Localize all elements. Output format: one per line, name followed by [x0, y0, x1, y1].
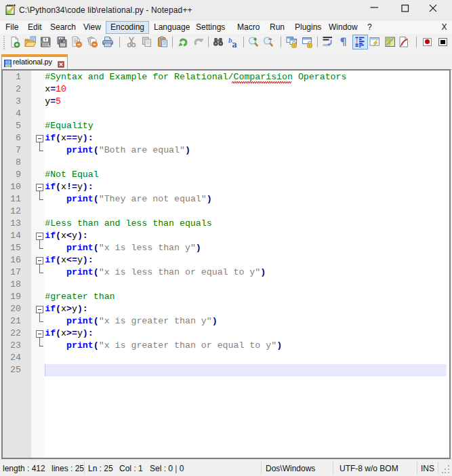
svg-text:a: a [232, 39, 237, 49]
